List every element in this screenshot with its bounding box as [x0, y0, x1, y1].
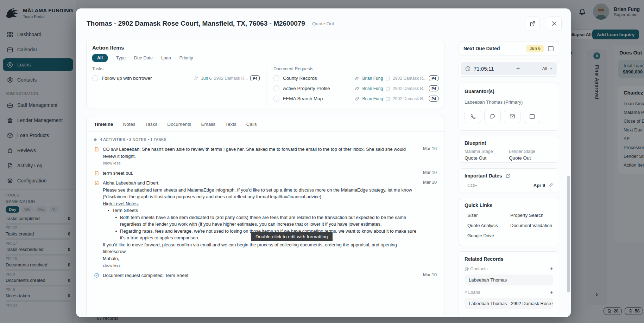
- doc-request-assignee[interactable]: Brian Fung: [362, 86, 383, 91]
- external-link-icon[interactable]: [505, 173, 511, 179]
- filter-tab-due-date[interactable]: Due Date: [134, 56, 153, 60]
- doc-request-label: FEMA Search Map: [283, 96, 351, 101]
- note-date: Mar 10: [421, 180, 437, 269]
- filter-tab-loan[interactable]: Loan: [161, 56, 171, 60]
- document-requests-header: Document Requests: [273, 66, 438, 71]
- calendar-small-icon[interactable]: [385, 96, 390, 101]
- malama-stage-value: Quote Out: [465, 155, 509, 161]
- priority-badge[interactable]: P4: [250, 75, 260, 81]
- tab-texts[interactable]: Texts: [225, 122, 236, 127]
- show-less-link[interactable]: show less: [103, 263, 121, 269]
- filter-tab-priority[interactable]: Priority: [179, 56, 193, 60]
- app-root: { "colors": { "brand_teal": "#0d5d6c", "…: [0, 0, 644, 323]
- timeline-note[interactable]: Aloha Labeebah and Elbert, Please see th…: [94, 180, 437, 269]
- activity-summary-row: 4 ACTIVITIES • 3 NOTES • 1 TASKS: [87, 132, 444, 145]
- task-checkbox[interactable]: [92, 75, 98, 81]
- doc-request-loan-ref[interactable]: 2902 Damask R...: [393, 76, 427, 81]
- filter-tab-all[interactable]: All: [92, 54, 108, 62]
- schedule-button[interactable]: [524, 110, 540, 123]
- chat-button[interactable]: [484, 110, 501, 123]
- modal-header: Thomas - 2902 Damask Rose Court, Mansfie…: [76, 8, 571, 34]
- calendar-icon[interactable]: [547, 45, 554, 52]
- filter-tab-type[interactable]: Type: [116, 56, 126, 60]
- priority-badge[interactable]: P4: [429, 75, 438, 81]
- timeline-note[interactable]: term sheet out. Mar 10: [94, 170, 437, 177]
- add-loan-button[interactable]: +: [550, 290, 553, 295]
- close-modal-button[interactable]: [547, 16, 562, 31]
- doc-request-row[interactable]: Active Property Profile Brian Fung 2902 …: [273, 85, 438, 91]
- check-circle-icon: [94, 272, 100, 279]
- next-due-date-badge[interactable]: Jun 6: [526, 45, 544, 52]
- note-icon: [94, 180, 100, 269]
- doc-request-assignee[interactable]: Brian Fung: [362, 76, 383, 81]
- chevron-down-icon: [549, 67, 553, 71]
- note-date: Mar 16: [421, 146, 437, 167]
- doc-request-label: Active Property Profile: [283, 86, 351, 91]
- tasks-header: Tasks: [92, 66, 260, 71]
- show-less-link[interactable]: show less: [103, 160, 121, 166]
- doc-request-radio[interactable]: [273, 75, 279, 81]
- calendar-small-icon[interactable]: [385, 86, 390, 91]
- event-date: Mar 10: [421, 272, 437, 279]
- calendar-small-icon[interactable]: [385, 76, 390, 81]
- task-loan-ref[interactable]: 2902 Damask R...: [214, 76, 248, 81]
- assign-person-icon[interactable]: [194, 76, 199, 81]
- doc-request-radio[interactable]: [273, 85, 279, 91]
- doc-request-loan-ref[interactable]: 2902 Damask R...: [393, 86, 427, 91]
- action-items-card: Action Items All Type Due Date Loan Prio…: [86, 40, 444, 109]
- contacts-header: @ Contacts: [465, 266, 488, 271]
- note-text: CO s/w Labeebah. She hasn't been able to…: [103, 147, 406, 159]
- doc-request-row[interactable]: County Records Brian Fung 2902 Damask R.…: [273, 75, 438, 81]
- doc-request-loan-ref[interactable]: 2902 Damask R...: [393, 96, 427, 101]
- quick-link-property-search[interactable]: Property Search: [510, 213, 553, 218]
- lender-stage-label: Lender Stage: [509, 149, 553, 154]
- task-due-date[interactable]: Jun 6: [201, 76, 211, 81]
- open-in-new-tab-button[interactable]: [525, 16, 540, 31]
- event-text: Document request completed: Term Sheet: [103, 272, 417, 279]
- modal-scrollbar-thumb[interactable]: [567, 176, 570, 292]
- loan-detail-modal: Thomas - 2902 Damask Rose Court, Mansfie…: [76, 8, 571, 317]
- quick-links-title: Quick Links: [465, 202, 553, 208]
- tab-emails[interactable]: Emails: [201, 122, 216, 127]
- edit-pencil-icon[interactable]: [548, 183, 553, 188]
- note-signoff: Mahalo,: [103, 255, 417, 262]
- tab-documents[interactable]: Documents: [167, 122, 191, 127]
- quick-link-google-drive[interactable]: Google Drive: [467, 233, 510, 238]
- quick-link-sizer[interactable]: Sizer: [467, 213, 510, 218]
- related-contact[interactable]: Labeebah Thomas: [465, 274, 553, 285]
- paperclip-icon[interactable]: [355, 96, 360, 101]
- paperclip-icon[interactable]: [355, 76, 360, 81]
- action-items-title: Action Items: [92, 45, 438, 51]
- priority-badge[interactable]: P4: [429, 96, 438, 102]
- doc-request-row[interactable]: FEMA Search Map Brian Fung 2902 Damask R…: [273, 96, 438, 102]
- timer-bar: 71:05:11 + All: [461, 62, 557, 75]
- doc-request-assignee[interactable]: Brian Fung: [362, 96, 383, 101]
- add-time-button[interactable]: +: [497, 65, 539, 72]
- important-date-row: COE Apr 9: [465, 183, 553, 188]
- note-date: Mar 10: [421, 170, 437, 177]
- tab-timeline[interactable]: Timeline: [94, 122, 113, 127]
- quick-link-quote-analysis[interactable]: Quote Analysis: [467, 223, 510, 228]
- timer-filter-dropdown[interactable]: All: [542, 66, 553, 71]
- modal-right-panel: Next Due Dated Jun 6 71:05:11 + All Guar…: [459, 41, 559, 317]
- tab-tasks[interactable]: Tasks: [145, 122, 158, 127]
- edit-tooltip: Double-click to edit with formatting: [251, 232, 333, 241]
- priority-badge[interactable]: P4: [429, 85, 438, 91]
- tab-calls[interactable]: Calls: [246, 122, 257, 127]
- paperclip-icon[interactable]: [355, 86, 360, 91]
- task-row[interactable]: Follow up with borrower Jun 6 2902 Damas…: [92, 75, 260, 81]
- quick-link-document-validation[interactable]: Document Validation: [510, 223, 553, 228]
- bullet-dot: [108, 210, 109, 211]
- call-button[interactable]: [465, 110, 481, 123]
- related-loan[interactable]: Labeebah Thomas - 2902 Damask Rose Court…: [465, 298, 553, 309]
- modal-left-column: Action Items All Type Due Date Loan Prio…: [86, 40, 444, 317]
- timer-filter-value: All: [542, 66, 547, 71]
- timeline-event-completed[interactable]: Document request completed: Term Sheet M…: [94, 272, 437, 279]
- important-dates-title: Important Dates: [465, 173, 502, 179]
- tab-notes[interactable]: Notes: [123, 122, 135, 127]
- doc-request-radio[interactable]: [273, 96, 279, 102]
- email-button[interactable]: [504, 110, 520, 123]
- add-contact-button[interactable]: +: [550, 266, 553, 271]
- timeline-note[interactable]: CO s/w Labeebah. She hasn't been able to…: [94, 146, 437, 167]
- timer-card: 71:05:11 + All: [459, 60, 559, 77]
